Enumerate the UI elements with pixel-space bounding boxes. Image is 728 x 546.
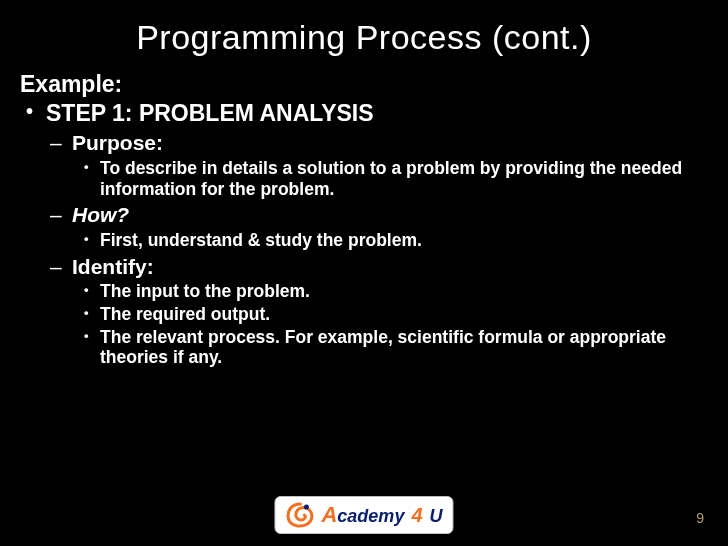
swirl-icon xyxy=(283,501,317,529)
step1-item: STEP 1: PROBLEM ANALYSIS Purpose: To des… xyxy=(20,100,708,368)
purpose-label: Purpose: xyxy=(72,131,163,154)
purpose-details: To describe in details a solution to a p… xyxy=(72,158,708,199)
identify-details: The input to the problem. The required o… xyxy=(72,281,708,368)
brand-text: Academy 4 U xyxy=(321,502,442,528)
identify-label: Identify: xyxy=(72,255,154,278)
slide-content: Example: STEP 1: PROBLEM ANALYSIS Purpos… xyxy=(18,71,710,368)
list-item: The relevant process. For example, scien… xyxy=(72,327,708,368)
slide: Programming Process (cont.) Example: STE… xyxy=(0,0,728,546)
brand-initial: A xyxy=(321,502,337,528)
slide-title: Programming Process (cont.) xyxy=(18,18,710,57)
identify-item: Identify: The input to the problem. The … xyxy=(46,255,708,368)
level1-list: STEP 1: PROBLEM ANALYSIS Purpose: To des… xyxy=(20,100,708,368)
list-item: The input to the problem. xyxy=(72,281,708,302)
level2-list: Purpose: To describe in details a soluti… xyxy=(46,131,708,368)
brand-rest: cademy xyxy=(337,506,404,527)
how-label: How? xyxy=(72,203,129,226)
brand-four: 4 xyxy=(409,504,424,527)
svg-point-0 xyxy=(304,505,309,510)
how-item: How? First, understand & study the probl… xyxy=(46,203,708,250)
how-details: First, understand & study the problem. xyxy=(72,230,708,251)
step1-label: STEP 1: PROBLEM ANALYSIS xyxy=(46,100,374,126)
brand-u: U xyxy=(430,506,443,527)
list-item: The required output. xyxy=(72,304,708,325)
brand-logo: Academy 4 U xyxy=(274,496,453,534)
page-number: 9 xyxy=(696,510,704,526)
example-label: Example: xyxy=(20,71,708,98)
purpose-item: Purpose: To describe in details a soluti… xyxy=(46,131,708,199)
list-item: To describe in details a solution to a p… xyxy=(72,158,708,199)
list-item: First, understand & study the problem. xyxy=(72,230,708,251)
